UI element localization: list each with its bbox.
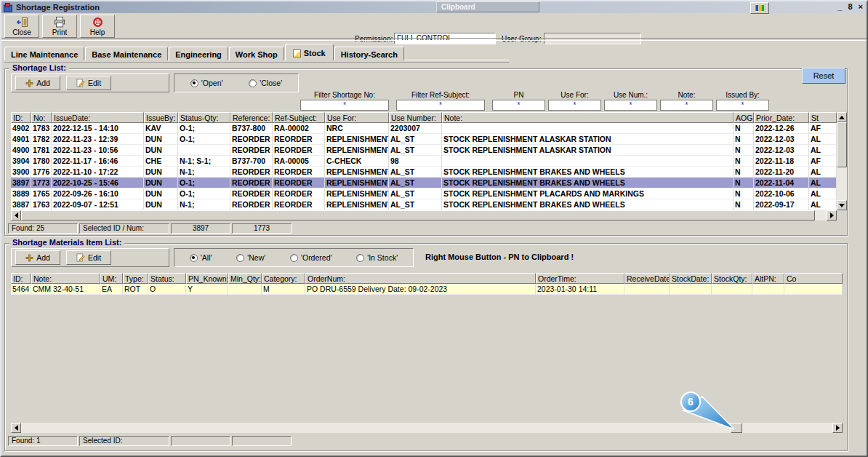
scroll-down-button[interactable] — [837, 200, 847, 210]
filter-input[interactable] — [396, 100, 485, 111]
table-row[interactable]: 389717732022-10-25 - 15:46DUNO-1;REORDER… — [11, 178, 837, 188]
filter-input[interactable] — [548, 100, 601, 111]
column-header-ordertime[interactable]: OrderTime: — [536, 273, 624, 284]
table-cell: REORDER — [273, 188, 325, 199]
column-header-no[interactable]: No: — [31, 112, 52, 123]
scrollbar-thumb[interactable] — [21, 210, 815, 220]
column-header-um[interactable]: UM: — [100, 273, 123, 284]
radio-open[interactable]: 'Open' — [190, 79, 223, 87]
column-header-issueby[interactable]: IssueBy: — [144, 112, 178, 123]
column-header-min-qty[interactable]: Min_Qty: — [228, 273, 262, 284]
title-bar[interactable]: Shortage Registration — [1, 1, 867, 13]
tab-stock[interactable]: Stock — [285, 44, 334, 60]
shortage-vscrollbar[interactable] — [837, 112, 847, 210]
tab-engineering[interactable]: Engineering — [169, 47, 228, 60]
column-header-st[interactable]: St — [809, 112, 837, 123]
close-button[interactable]: Close — [4, 15, 39, 38]
scroll-left-button[interactable] — [11, 210, 21, 220]
column-header-use-number[interactable]: Use Number: — [389, 112, 442, 123]
filter-input[interactable] — [300, 100, 389, 111]
table-cell: REPLENISHMENT — [325, 167, 389, 178]
radio-ordered[interactable]: 'Ordered' — [290, 253, 332, 262]
column-header-id[interactable]: ID: — [11, 273, 31, 284]
reset-button[interactable]: Reset — [802, 68, 845, 84]
tab-base-maintenance[interactable]: Base Maintenance — [85, 47, 168, 60]
filter-input[interactable] — [660, 100, 713, 111]
scrollbar-track[interactable] — [21, 423, 832, 433]
table-row[interactable]: 5464CMM 32-40-51EAROTOYMPO DRU-6559 Deli… — [11, 284, 843, 295]
edit-material-button[interactable]: Edit — [66, 250, 111, 265]
add-material-button[interactable]: Add — [15, 250, 60, 265]
table-cell: 2022-10-25 - 15:46 — [52, 178, 144, 188]
column-header-ref-subject[interactable]: Ref-Subject: — [273, 112, 325, 123]
add-shortage-button[interactable]: Add — [15, 76, 60, 90]
column-header-altpn[interactable]: AltPN: — [752, 273, 784, 284]
radio-label: 'All' — [201, 253, 212, 262]
column-header-reference[interactable]: Reference: — [230, 112, 273, 123]
table-row[interactable]: 490017812022-11-23 - 10:56DUNREORDERREOR… — [11, 145, 837, 156]
column-header-stockdate[interactable]: StockDate: — [670, 273, 712, 284]
table-cell: AL — [809, 178, 837, 188]
table-cell: N — [734, 199, 754, 210]
scroll-right-button[interactable] — [827, 210, 837, 220]
filter-input[interactable] — [604, 100, 657, 111]
radio-in-stock[interactable]: 'In Stock' — [356, 253, 398, 262]
table-row[interactable]: 490217832022-12-15 - 14:10KAVO-1;B737-80… — [11, 123, 837, 134]
radio-all[interactable]: 'All' — [190, 253, 212, 262]
radio-close[interactable]: 'Close' — [249, 79, 282, 87]
table-row[interactable]: 490117822022-11-23 - 12:39DUNO-1;REORDER… — [11, 134, 837, 145]
tab-history-search[interactable]: History-Search — [334, 47, 404, 60]
radio-label: 'In Stock' — [367, 253, 398, 262]
scrollbar-track[interactable] — [837, 122, 847, 200]
column-header-type[interactable]: Type: — [123, 273, 148, 284]
column-header-category[interactable]: Category: — [262, 273, 305, 284]
minimize-button[interactable]: _ — [837, 2, 842, 11]
filter-input[interactable] — [716, 100, 769, 111]
column-header-receivedate[interactable]: ReceiveDate: — [624, 273, 670, 284]
table-row[interactable]: 388717632022-09-07 - 12:51DUNN-1;REORDER… — [11, 199, 837, 210]
close-window-button[interactable]: × — [859, 2, 863, 11]
scroll-up-button[interactable] — [837, 112, 847, 122]
scrollbar-thumb[interactable] — [731, 423, 742, 433]
title-tool-button[interactable] — [750, 2, 769, 14]
column-header-status-qty[interactable]: Status-Qty: — [178, 112, 230, 123]
column-header-id[interactable]: ID: — [11, 112, 31, 123]
shortage-hscrollbar[interactable] — [11, 210, 837, 220]
materials-hscrollbar[interactable] — [11, 423, 843, 433]
column-header-note[interactable]: Note: — [31, 273, 100, 284]
scroll-left-button[interactable] — [11, 423, 21, 433]
maximize-button[interactable]: 8 — [848, 2, 852, 11]
column-header-aog[interactable]: AOG: — [734, 112, 754, 123]
table-cell: 2203007 — [389, 123, 442, 134]
table-cell — [712, 284, 752, 295]
add-plus-icon — [25, 254, 33, 262]
print-button[interactable]: Print — [42, 15, 77, 38]
column-header-pn-known[interactable]: PN_Known: — [186, 273, 228, 284]
edit-shortage-button[interactable]: Edit — [66, 76, 111, 90]
tab-work-shop[interactable]: Work Shop — [229, 47, 284, 60]
tab-line-maintenance[interactable]: Line Maintenance — [4, 47, 84, 60]
column-header-status[interactable]: Status: — [148, 273, 186, 284]
edit-button-label: Edit — [88, 253, 101, 262]
column-header-use-for[interactable]: Use For: — [325, 112, 389, 123]
column-header-issuedate[interactable]: IssueDate: — [52, 112, 144, 123]
radio-new[interactable]: 'New' — [236, 253, 265, 262]
scrollbar-thumb[interactable] — [837, 122, 847, 167]
table-cell: B737-800 — [230, 123, 273, 134]
toolbar-separator — [1, 38, 867, 41]
column-header-ordernum[interactable]: OrderNum: — [305, 273, 536, 284]
column-header-co[interactable]: Co — [784, 273, 843, 284]
scroll-right-button[interactable] — [832, 423, 843, 433]
table-cell: REPLENISHMENT — [325, 145, 389, 156]
background-window-titlebar[interactable]: Clipboard — [436, 1, 539, 12]
column-header-stockqty[interactable]: StockQty: — [712, 273, 752, 284]
scrollbar-track[interactable] — [21, 210, 827, 220]
table-cell: N — [734, 188, 754, 199]
column-header-note[interactable]: Note: — [442, 112, 734, 123]
table-row[interactable]: 390017762022-11-10 - 17:22DUNN-1;REORDER… — [11, 167, 837, 178]
table-row[interactable]: 390417802022-11-17 - 16:46CHEN-1; S-1;B7… — [11, 156, 837, 167]
filter-input[interactable] — [492, 100, 545, 111]
column-header-prior-date[interactable]: Prior_Date: — [754, 112, 809, 123]
help-button[interactable]: Help — [80, 15, 115, 38]
table-row[interactable]: 388917652022-09-26 - 16:10DUNO-1;REORDER… — [11, 188, 837, 199]
